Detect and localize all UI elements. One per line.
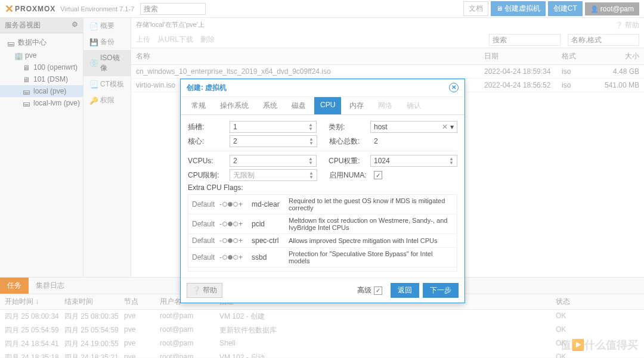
cpu-weight-label: CPU权重: — [329, 156, 370, 166]
cpu-limit-label: CPU限制: — [188, 170, 230, 180]
modal-tab-network: 网络 — [372, 97, 398, 114]
divider — [188, 151, 457, 151]
spinner-icon[interactable]: ▲▼ — [308, 123, 313, 131]
flag-toggle[interactable]: - + — [219, 200, 252, 208]
total-cores-value: 2 — [371, 136, 457, 147]
cpu-flags-list[interactable]: Default - + md-clear Required to let the… — [188, 194, 457, 272]
next-button[interactable]: 下一步 — [423, 283, 459, 298]
modal-tab-memory[interactable]: 内存 — [343, 97, 370, 114]
total-cores-label: 核心总数: — [329, 136, 371, 147]
back-button[interactable]: 返回 — [391, 283, 419, 298]
sockets-input[interactable]: 1▲▼ — [230, 121, 317, 133]
cores-input[interactable]: 2▲▼ — [230, 135, 317, 147]
sockets-label: 插槽: — [188, 122, 230, 132]
flag-toggle[interactable]: - + — [219, 270, 252, 272]
extra-flags-title: Extra CPU Flags: — [188, 183, 457, 192]
numa-checkbox[interactable]: ✓ — [374, 171, 382, 179]
type-label: 类别: — [329, 122, 370, 132]
cpu-limit-input[interactable]: 无限制▲▼ — [230, 169, 317, 181]
modal-title: 创建: 虚拟机 — [187, 83, 227, 93]
modal-header[interactable]: 创建: 虚拟机 ✕ — [181, 79, 465, 97]
vcpus-input[interactable]: 2▲▼ — [230, 155, 317, 167]
spinner-icon[interactable]: ▲▼ — [309, 137, 314, 145]
flag-toggle[interactable]: - + — [219, 236, 252, 245]
watermark: 值▶️什么值得买 — [561, 338, 638, 352]
cpu-flag-row: Default - + md-clear Required to let the… — [188, 195, 457, 214]
cpu-flag-row: Default - + ibpb Allows improved Spectre… — [188, 267, 457, 272]
create-vm-modal: 创建: 虚拟机 ✕ 常规 操作系统 系统 磁盘 CPU 内存 网络 确认 插槽:… — [180, 79, 465, 303]
numa-label: 启用NUMA: — [329, 170, 371, 180]
modal-footer: ❔ 帮助 高级 ✓ 返回 下一步 — [181, 278, 465, 303]
cpu-flag-row: Default - + ssbd Protection for "Specula… — [188, 248, 457, 267]
spinner-icon[interactable]: ▲▼ — [309, 171, 314, 179]
modal-tab-os[interactable]: 操作系统 — [214, 97, 255, 114]
cpu-type-input[interactable]: host✕▾ — [370, 121, 457, 133]
flag-toggle[interactable]: - + — [219, 253, 252, 262]
chevron-down-icon[interactable]: ▾ — [450, 123, 454, 131]
vcpus-label: VCPUs: — [188, 157, 230, 165]
spinner-icon[interactable]: ▲▼ — [449, 157, 454, 165]
modal-tab-confirm: 确认 — [401, 97, 427, 114]
cpu-flag-row: Default - + spec-ctrl Allows improved Sp… — [188, 234, 457, 248]
help-button[interactable]: ❔ 帮助 — [187, 283, 222, 298]
modal-body: 插槽: 1▲▼ 类别: host✕▾ 核心: 2▲▼ 核心总数: 2 VCPUs… — [181, 115, 465, 278]
modal-tab-general[interactable]: 常规 — [185, 97, 212, 114]
advanced-checkbox[interactable]: 高级 ✓ — [357, 285, 382, 295]
modal-tab-cpu[interactable]: CPU — [314, 97, 341, 114]
modal-tabs: 常规 操作系统 系统 磁盘 CPU 内存 网络 确认 — [181, 97, 465, 115]
cpu-flag-row: Default - + pcid Meltdown fix cost reduc… — [188, 214, 457, 234]
flag-toggle[interactable]: - + — [219, 220, 252, 228]
clear-icon[interactable]: ✕ — [442, 123, 448, 131]
spinner-icon[interactable]: ▲▼ — [308, 157, 313, 165]
modal-tab-disk[interactable]: 磁盘 — [286, 97, 312, 114]
close-icon[interactable]: ✕ — [449, 83, 459, 92]
cores-label: 核心: — [188, 136, 230, 147]
modal-tab-system[interactable]: 系统 — [257, 97, 283, 114]
cpu-weight-input[interactable]: 1024▲▼ — [370, 155, 457, 167]
